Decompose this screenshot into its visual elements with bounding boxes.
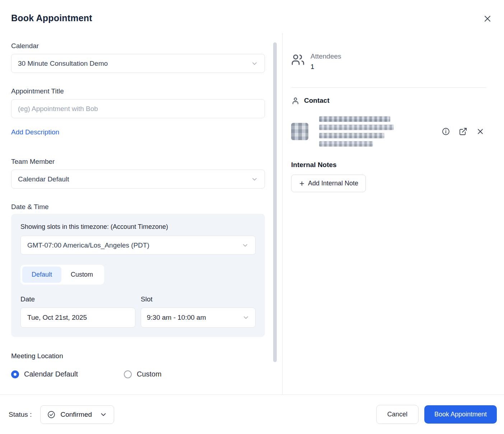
status-label: Status : [9,411,32,419]
avatar [291,123,308,140]
redacted-contact-phone [319,133,384,138]
plus-icon [299,180,305,187]
slot-select[interactable]: 9:30 am - 10:00 am [141,308,256,328]
info-icon[interactable] [440,126,452,137]
status-value: Confirmed [60,411,92,419]
redacted-contact-name [319,116,390,122]
radio-unselected-icon [124,370,132,378]
attendees-text: Attendees 1 [311,52,341,71]
attendees-icon [291,52,305,66]
calendar-label: Calendar [11,42,271,50]
attendees-count: 1 [311,63,341,71]
chevron-down-icon [251,176,258,183]
slot-cell: Slot 9:30 am - 10:00 am [141,295,256,328]
date-value: Tue, Oct 21st, 2025 [27,314,87,322]
appointment-title-input[interactable]: (eg) Appointment with Bob [11,99,265,118]
slot-mode-tabs: Default Custom [20,265,104,285]
timezone-select[interactable]: GMT-07:00 America/Los_Angeles (PDT) [20,236,256,255]
check-circle-icon [47,410,56,419]
slot-value: 9:30 am - 10:00 am [147,314,206,322]
scrollbar[interactable] [273,42,277,362]
redacted-contact-email [319,125,394,130]
date-label: Date [20,295,135,303]
radio-calendar-default-label: Calendar Default [24,370,78,378]
contact-header: Contact [291,96,486,105]
chevron-down-icon [242,242,249,249]
team-member-select[interactable]: Calendar Default [11,170,265,189]
contact-actions [440,126,486,137]
book-appointment-modal: Book Appointment Calendar 30 Minute Cons… [0,0,504,434]
internal-notes-title: Internal Notes [291,161,486,169]
calendar-select-value: 30 Minute Consultation Demo [18,60,108,68]
tab-custom[interactable]: Custom [61,267,102,283]
cancel-button[interactable]: Cancel [376,405,419,424]
page-title: Book Appointment [11,13,92,23]
attendees-label: Attendees [311,52,341,60]
appointment-form: Calendar 30 Minute Consultation Demo App… [0,33,283,394]
close-icon[interactable] [482,13,493,24]
date-cell: Date Tue, Oct 21st, 2025 [20,295,135,328]
remove-contact-icon[interactable] [475,126,486,137]
book-appointment-button[interactable]: Book Appointment [424,405,497,424]
meeting-location-label: Meeting Location [11,352,271,360]
meeting-location-options: Calendar Default Custom [11,370,271,378]
tab-default[interactable]: Default [22,267,61,283]
radio-custom[interactable]: Custom [124,370,228,378]
redacted-contact-details [319,116,394,147]
timezone-note: Showing slots in this timezone: (Account… [20,223,256,231]
add-description-link[interactable]: Add Description [11,128,59,136]
date-time-label: Date & Time [11,203,271,211]
add-internal-note-button[interactable]: Add Internal Note [291,175,366,192]
appointment-sidebar: Attendees 1 Contact [283,33,504,394]
date-time-panel: Showing slots in this timezone: (Account… [11,214,265,337]
status-select[interactable]: Confirmed [40,405,114,424]
timezone-select-value: GMT-07:00 America/Los_Angeles (PDT) [27,241,149,249]
modal-header: Book Appointment [0,0,504,33]
date-slot-row: Date Tue, Oct 21st, 2025 Slot 9:30 am - … [20,295,256,328]
chevron-down-icon [99,411,107,419]
modal-footer: Status : Confirmed Cancel Book Appointme… [0,394,504,434]
radio-selected-icon [11,370,19,378]
attendees-block: Attendees 1 [291,52,486,71]
external-link-icon[interactable] [457,126,469,137]
team-member-label: Team Member [11,158,271,166]
contact-icon [291,96,300,105]
chevron-down-icon [251,60,258,67]
team-member-select-value: Calendar Default [18,175,69,183]
redacted-contact-extra [319,141,373,147]
contact-title: Contact [304,97,330,105]
appointment-title-label: Appointment Title [11,87,271,95]
date-input[interactable]: Tue, Oct 21st, 2025 [20,308,135,328]
chevron-down-icon [242,314,249,321]
radio-calendar-default[interactable]: Calendar Default [11,370,115,378]
modal-body: Calendar 30 Minute Consultation Demo App… [0,33,504,394]
sidebar-divider [291,87,486,88]
add-internal-note-label: Add Internal Note [308,180,358,187]
appointment-title-placeholder: (eg) Appointment with Bob [18,105,98,113]
radio-custom-label: Custom [137,370,162,378]
calendar-select[interactable]: 30 Minute Consultation Demo [11,54,265,73]
slot-label: Slot [141,295,256,303]
contact-card [291,116,486,147]
